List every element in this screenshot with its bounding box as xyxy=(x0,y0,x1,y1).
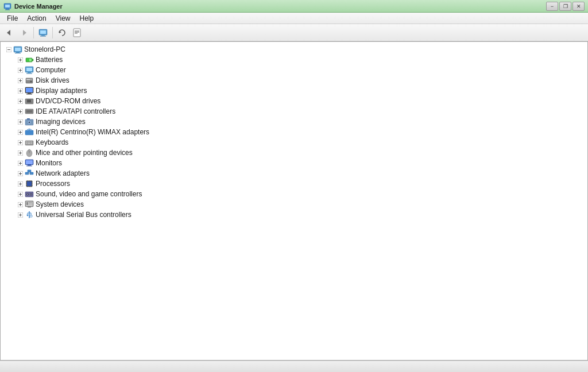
svg-rect-81 xyxy=(26,143,27,144)
svg-rect-58 xyxy=(25,109,33,114)
mice-icon xyxy=(25,148,34,157)
svg-rect-3 xyxy=(5,9,10,10)
svg-rect-53 xyxy=(27,100,31,103)
imaging-icon xyxy=(25,117,34,126)
tree-item-processors[interactable]: Processors xyxy=(14,179,587,189)
tree-item-network[interactable]: Network adapters xyxy=(14,168,587,179)
processors-label: Processors xyxy=(36,180,70,188)
svg-rect-77 xyxy=(26,142,27,143)
svg-rect-27 xyxy=(26,59,29,61)
svg-rect-25 xyxy=(32,59,33,61)
svg-rect-7 xyxy=(40,30,46,34)
root-label: Stonelord-PC xyxy=(24,45,65,53)
menu-view[interactable]: View xyxy=(51,13,75,24)
processors-icon xyxy=(25,179,34,188)
refresh-button[interactable] xyxy=(55,26,69,40)
close-button[interactable]: ✕ xyxy=(572,2,585,11)
computer-icon xyxy=(38,28,48,37)
back-button[interactable] xyxy=(2,26,16,40)
svg-point-40 xyxy=(30,81,32,83)
mice-expander[interactable] xyxy=(16,148,25,157)
tree-item-display[interactable]: Display adapters xyxy=(14,86,587,96)
tree-children: Batteries xyxy=(3,55,587,220)
tree-item-keyboards[interactable]: Keyboards xyxy=(14,137,587,148)
svg-rect-32 xyxy=(26,68,32,71)
tree-item-ide[interactable]: IDE ATA/ATAPI controllers xyxy=(14,106,587,117)
minimize-button[interactable]: − xyxy=(546,2,558,11)
tree-item-system[interactable]: System devices xyxy=(14,199,587,210)
system-expander[interactable] xyxy=(16,200,25,209)
tree-item-monitors[interactable]: Monitors xyxy=(14,158,587,168)
computer-label: Computer xyxy=(36,66,66,74)
keyboards-expander[interactable] xyxy=(16,138,25,147)
svg-rect-9 xyxy=(40,36,46,36)
app-icon xyxy=(3,2,11,10)
svg-rect-20 xyxy=(15,53,21,53)
sound-expander[interactable] xyxy=(16,189,25,199)
menu-help[interactable]: Help xyxy=(75,13,99,24)
svg-point-67 xyxy=(29,122,30,123)
network-icon xyxy=(25,169,34,178)
computer-button[interactable] xyxy=(36,26,50,40)
tree-item-disk[interactable]: Disk drives xyxy=(14,75,587,86)
processors-expander[interactable] xyxy=(16,179,25,188)
disk-expander[interactable] xyxy=(16,76,25,85)
system-label: System devices xyxy=(36,200,84,208)
tree-item-batteries[interactable]: Batteries xyxy=(14,55,587,65)
svg-rect-19 xyxy=(16,52,20,53)
svg-rect-71 xyxy=(25,130,33,135)
tree-item-wimax[interactable]: Intel(R) Centrino(R) WiMAX adapters xyxy=(14,127,587,137)
usb-label: Universal Serial Bus controllers xyxy=(36,211,131,219)
root-icon xyxy=(13,45,22,54)
restore-button[interactable]: ❐ xyxy=(559,2,571,11)
svg-rect-146 xyxy=(30,215,32,217)
properties-icon xyxy=(72,28,82,37)
display-expander[interactable] xyxy=(16,86,25,95)
svg-rect-80 xyxy=(31,142,32,143)
monitors-expander[interactable] xyxy=(16,158,25,168)
tree-item-dvd[interactable]: DVD/CD-ROM drives xyxy=(14,96,587,106)
properties-button[interactable] xyxy=(70,26,84,40)
wimax-expander[interactable] xyxy=(16,127,25,137)
ide-label: IDE ATA/ATAPI controllers xyxy=(36,107,115,115)
keyboards-icon xyxy=(25,138,34,147)
sound-icon xyxy=(25,189,34,199)
svg-rect-11 xyxy=(74,29,80,37)
ide-expander[interactable] xyxy=(16,107,25,116)
tree-view[interactable]: Stonelord-PC xyxy=(1,42,587,360)
disk-label: Disk drives xyxy=(36,76,69,84)
root-expander[interactable] xyxy=(4,45,13,54)
toolbar-separator-1 xyxy=(33,27,34,38)
forward-icon xyxy=(20,28,29,37)
forward-button[interactable] xyxy=(17,26,31,40)
tree-item-root[interactable]: Stonelord-PC xyxy=(3,44,587,55)
dvd-label: DVD/CD-ROM drives xyxy=(36,97,100,105)
monitors-label: Monitors xyxy=(36,159,62,167)
menu-file[interactable]: File xyxy=(2,13,22,24)
tree-item-computer[interactable]: Computer xyxy=(14,65,587,75)
svg-point-130 xyxy=(30,194,32,195)
svg-rect-78 xyxy=(28,142,29,143)
svg-rect-18 xyxy=(15,48,21,51)
usb-icon xyxy=(25,210,34,219)
svg-point-54 xyxy=(31,102,32,103)
computer-expander[interactable] xyxy=(16,65,25,75)
wimax-label: Intel(R) Centrino(R) WiMAX adapters xyxy=(36,128,149,136)
tree-item-imaging[interactable]: Imaging devices xyxy=(14,117,587,127)
title-bar: Device Manager − ❐ ✕ xyxy=(0,0,588,13)
svg-rect-2 xyxy=(6,9,9,10)
svg-rect-41 xyxy=(26,79,30,80)
menu-action[interactable]: Action xyxy=(22,13,51,24)
tree-item-usb[interactable]: Universal Serial Bus controllers xyxy=(14,210,587,220)
batteries-expander[interactable] xyxy=(16,55,25,64)
svg-rect-8 xyxy=(41,35,45,36)
usb-expander[interactable] xyxy=(16,210,25,219)
dvd-expander[interactable] xyxy=(16,96,25,106)
svg-point-89 xyxy=(29,149,30,152)
tree-item-sound[interactable]: Sound, video and game controllers xyxy=(14,189,587,199)
batteries-icon xyxy=(25,55,34,64)
tree-item-mice[interactable]: Mice and other pointing devices xyxy=(14,148,587,158)
svg-rect-65 xyxy=(27,118,30,120)
imaging-expander[interactable] xyxy=(16,117,25,126)
network-expander[interactable] xyxy=(16,169,25,178)
